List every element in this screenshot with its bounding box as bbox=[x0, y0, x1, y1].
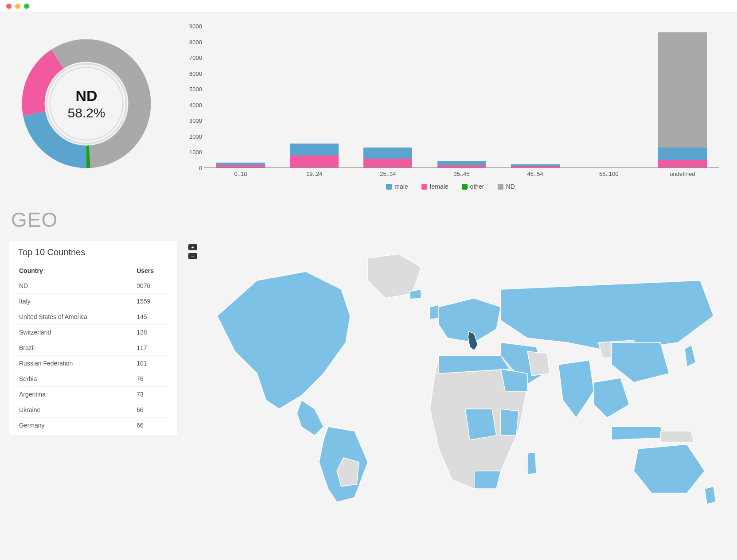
window-close-dot[interactable] bbox=[6, 4, 12, 9]
cell-users: 101 bbox=[135, 356, 169, 371]
legend-item-other: other bbox=[462, 183, 484, 190]
bar-segment-female bbox=[363, 159, 412, 168]
top-row: ND 58.2% 0100020003000400050006000700080… bbox=[9, 22, 724, 190]
col-users: Users bbox=[135, 264, 169, 278]
table-row: Brazil117 bbox=[17, 340, 169, 356]
dashboard-page: ND 58.2% 0100020003000400050006000700080… bbox=[0, 13, 737, 533]
legend-item-male: male bbox=[386, 183, 408, 190]
bar-segment-female bbox=[290, 156, 339, 168]
bars-area: 0..1819..2425..3435..4545..5455..100unde… bbox=[204, 26, 719, 168]
map-zoom-in[interactable]: + bbox=[188, 244, 197, 250]
table-row: Serbia76 bbox=[17, 371, 169, 387]
cell-users: 9076 bbox=[135, 278, 169, 294]
geo-heading: GEO bbox=[11, 208, 724, 232]
cell-users: 128 bbox=[135, 325, 169, 340]
world-map: + – bbox=[191, 241, 724, 515]
x-tick-label: 45..54 bbox=[509, 171, 562, 177]
donut-chart: ND 58.2% bbox=[9, 22, 164, 186]
table-row: Italy1559 bbox=[17, 294, 169, 309]
y-tick: 7000 bbox=[177, 54, 202, 61]
legend-item-female: female bbox=[421, 183, 448, 190]
y-tick: 9000 bbox=[177, 23, 202, 30]
window-zoom-dot[interactable] bbox=[24, 4, 29, 9]
legend-label: ND bbox=[506, 183, 515, 190]
cell-country: Ukraine bbox=[17, 402, 135, 418]
map-zoom-out[interactable]: – bbox=[188, 253, 197, 259]
table-row: Switzerland128 bbox=[17, 325, 169, 340]
x-tick-label: 19..24 bbox=[288, 171, 341, 177]
y-tick: 8000 bbox=[177, 39, 202, 45]
legend-swatch-male bbox=[386, 184, 392, 190]
bar-column bbox=[437, 161, 486, 168]
legend-swatch-nd bbox=[498, 184, 503, 190]
cell-country: Italy bbox=[17, 294, 135, 309]
age-bar-chart: 0100020003000400050006000700080009000 0.… bbox=[177, 22, 724, 190]
y-axis: 0100020003000400050006000700080009000 bbox=[177, 26, 202, 168]
geo-row: Top 10 Countries Country Users ND9076Ita… bbox=[9, 241, 724, 515]
cell-country: ND bbox=[17, 278, 135, 294]
top-countries-title: Top 10 Countries bbox=[18, 247, 169, 257]
cell-country: Serbia bbox=[17, 371, 135, 387]
cell-country: Brazil bbox=[17, 340, 135, 356]
y-tick: 1000 bbox=[177, 149, 202, 156]
cell-country: United States of America bbox=[17, 309, 135, 325]
table-row: United States of America145 bbox=[17, 309, 169, 325]
bar-column bbox=[363, 148, 412, 168]
x-tick-label: 55..100 bbox=[582, 171, 636, 177]
table-row: Germany66 bbox=[17, 418, 169, 433]
top-countries-table: Country Users ND9076Italy1559United Stat… bbox=[17, 264, 169, 433]
y-tick: 3000 bbox=[177, 117, 202, 124]
legend-label: male bbox=[394, 183, 408, 190]
y-tick: 4000 bbox=[177, 101, 202, 108]
cell-users: 66 bbox=[135, 418, 169, 433]
y-tick: 2000 bbox=[177, 133, 202, 140]
cell-users: 145 bbox=[135, 309, 169, 325]
legend-item-nd: ND bbox=[498, 183, 515, 190]
legend-label: other bbox=[470, 183, 484, 190]
cell-users: 66 bbox=[135, 402, 169, 418]
x-tick-label: 35..45 bbox=[435, 171, 488, 177]
y-tick: 5000 bbox=[177, 86, 202, 93]
window-chrome bbox=[0, 0, 737, 13]
y-tick: 0 bbox=[177, 165, 202, 171]
bar-column bbox=[658, 32, 707, 168]
bar-chart-plot: 0100020003000400050006000700080009000 0.… bbox=[204, 26, 719, 168]
x-tick-label: 0..18 bbox=[214, 171, 267, 177]
legend-swatch-female bbox=[421, 184, 427, 190]
cell-users: 117 bbox=[135, 340, 169, 356]
world-map-svg bbox=[191, 241, 722, 506]
y-tick: 6000 bbox=[177, 70, 202, 77]
table-row: Argentina73 bbox=[17, 387, 169, 402]
x-tick-label: 25..34 bbox=[361, 171, 414, 177]
x-axis bbox=[204, 167, 719, 168]
bar-legend: male female other ND bbox=[177, 183, 724, 190]
x-tick-label: undefined bbox=[656, 171, 709, 177]
donut-center: ND 58.2% bbox=[20, 37, 153, 170]
bar-segment-male bbox=[437, 161, 486, 165]
map-zoom-controls: + – bbox=[188, 244, 197, 259]
bar-segment-male bbox=[290, 144, 339, 156]
legend-swatch-other bbox=[462, 184, 468, 190]
table-row: Russian Federation101 bbox=[17, 356, 169, 371]
cell-users: 73 bbox=[135, 387, 169, 402]
top-countries-card: Top 10 Countries Country Users ND9076Ita… bbox=[9, 241, 177, 436]
table-row: Ukraine66 bbox=[17, 402, 169, 418]
col-country: Country bbox=[17, 264, 135, 278]
cell-users: 76 bbox=[135, 371, 169, 387]
donut-center-label: ND bbox=[75, 87, 97, 105]
cell-country: Switzerland bbox=[17, 325, 135, 340]
window-minimize-dot[interactable] bbox=[15, 4, 20, 9]
bar-segment-ND bbox=[658, 32, 707, 148]
cell-country: Argentina bbox=[17, 387, 135, 402]
bar-segment-male bbox=[363, 148, 412, 159]
cell-country: Germany bbox=[17, 418, 135, 433]
bar-segment-male bbox=[658, 148, 707, 160]
bar-segment-female bbox=[658, 160, 707, 168]
legend-label: female bbox=[430, 183, 448, 190]
cell-users: 1559 bbox=[135, 294, 169, 309]
cell-country: Russian Federation bbox=[17, 356, 135, 371]
bar-column bbox=[290, 144, 339, 168]
table-row: ND9076 bbox=[17, 278, 169, 294]
donut-center-pct: 58.2% bbox=[67, 105, 105, 121]
